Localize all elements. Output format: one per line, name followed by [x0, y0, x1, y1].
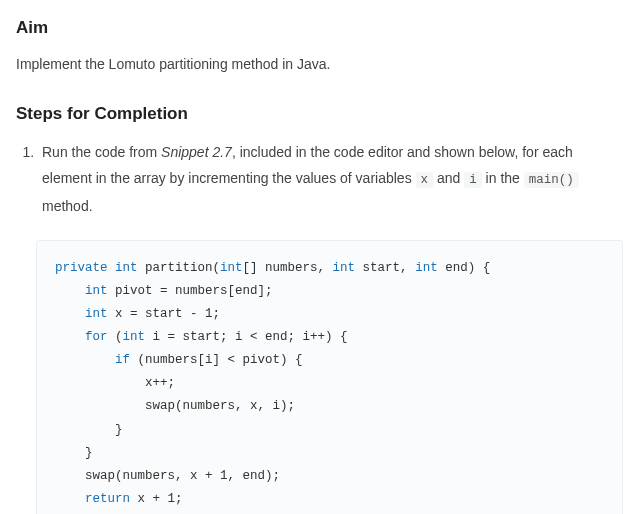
code-pivot: pivot = numbers[end];	[108, 284, 273, 298]
kw-int-7: int	[123, 330, 146, 344]
for-decl: i = start; i < end; i++) {	[145, 330, 348, 344]
if-cond: (numbers[i] < pivot) {	[130, 353, 303, 367]
close-2: }	[85, 446, 93, 460]
snippet-ref: Snippet 2.7	[161, 144, 232, 160]
step1-text-d: in the	[482, 170, 524, 186]
step1-text-a: Run the code from	[42, 144, 161, 160]
step-item-1: Run the code from Snippet 2.7, included …	[38, 139, 623, 220]
num-1a: 1	[205, 307, 213, 321]
semi-2: ;	[175, 492, 183, 506]
code-end: end) {	[438, 261, 491, 275]
ret-tail: x +	[130, 492, 168, 506]
code-snippet: private int partition(int[] numbers, int…	[36, 240, 623, 514]
kw-int-6: int	[85, 307, 108, 321]
kw-if: if	[115, 353, 130, 367]
line-swap2b: , end);	[228, 469, 281, 483]
step1-text-c: and	[433, 170, 464, 186]
semi-1: ;	[213, 307, 221, 321]
kw-int-4: int	[415, 261, 438, 275]
kw-int-3: int	[333, 261, 356, 275]
code-arrdecl: [] numbers,	[243, 261, 333, 275]
step1-text-e: method.	[42, 198, 93, 214]
aim-text: Implement the Lomuto partitioning method…	[16, 53, 623, 75]
kw-private: private	[55, 261, 108, 275]
kw-int-5: int	[85, 284, 108, 298]
line-swap2a: swap(numbers, x +	[85, 469, 220, 483]
kw-for: for	[85, 330, 108, 344]
inline-code-main: main()	[524, 172, 579, 188]
inline-code-x: x	[416, 172, 434, 188]
inline-code-i: i	[464, 172, 482, 188]
line-swap1: swap(numbers, x, i);	[145, 399, 295, 413]
code-fn: partition(	[138, 261, 221, 275]
code-start: start,	[355, 261, 415, 275]
num-1b: 1	[220, 469, 228, 483]
aim-heading: Aim	[16, 14, 623, 41]
steps-list: Run the code from Snippet 2.7, included …	[16, 139, 623, 220]
for-open: (	[108, 330, 123, 344]
kw-return: return	[85, 492, 130, 506]
code-xline: x = start -	[108, 307, 206, 321]
num-1c: 1	[168, 492, 176, 506]
steps-heading: Steps for Completion	[16, 100, 623, 127]
close-1: }	[115, 423, 123, 437]
line-xpp: x++;	[145, 376, 175, 390]
kw-int-2: int	[220, 261, 243, 275]
kw-int-1: int	[115, 261, 138, 275]
